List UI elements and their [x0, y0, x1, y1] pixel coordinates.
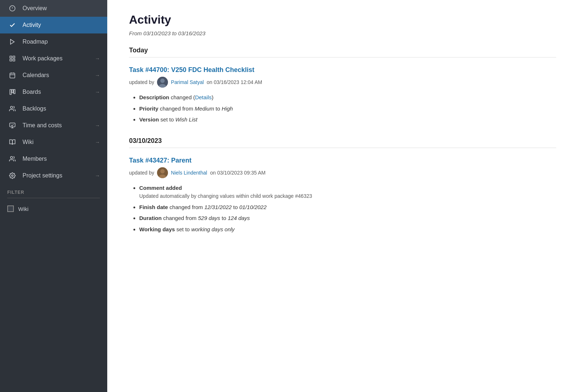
section-today: TodayTask #44700: V250 FDC Health Checkl… [129, 47, 556, 124]
section-header-march-10: 03/10/2023 [129, 137, 556, 145]
filter-section: FILTERWiki [0, 184, 107, 218]
change-italic-to: High [222, 105, 233, 112]
svg-point-25 [160, 169, 165, 173]
activity-icon [7, 22, 17, 28]
sidebar-item-label-members: Members [23, 156, 100, 162]
comment-text: Updated automatically by changing values… [139, 193, 312, 199]
change-item: Comment addedUpdated automatically by ch… [139, 184, 556, 200]
activity-date-task-43427: on 03/10/2023 09:35 AM [210, 170, 266, 176]
change-item: Description changed (Details) [139, 93, 556, 102]
section-header-today: Today [129, 47, 556, 54]
sidebar-item-wiki[interactable]: Wiki→ [0, 134, 107, 151]
svg-point-19 [11, 156, 13, 159]
change-bold: Description [139, 94, 169, 100]
sidebar-item-label-backlogs: Backlogs [23, 105, 100, 112]
sidebar-item-label-boards: Boards [23, 89, 95, 95]
svg-rect-5 [13, 56, 15, 58]
svg-rect-13 [12, 89, 13, 93]
sidebar-item-backlogs[interactable]: Backlogs [0, 100, 107, 117]
task-link-task-43427[interactable]: Task #43427: Parent [129, 157, 556, 164]
sidebar-item-calendars[interactable]: Calendars→ [0, 67, 107, 84]
section-divider-today [129, 57, 556, 57]
sidebar-item-label-time-and-costs: Time and costs [23, 122, 95, 129]
svg-rect-7 [13, 59, 15, 61]
change-italic-from: 529 days [198, 215, 220, 221]
updated-by-task-43427: updated by Niels Lindenthal on 03/10/202… [129, 167, 556, 178]
updated-by-task-44700: updated by Parimal Satyal on 03/16/2023 … [129, 77, 556, 88]
change-item: Finish date changed from 12/31/2022 to 0… [139, 203, 556, 212]
change-italic-from: Wish List [175, 116, 197, 123]
avatar-task-44700 [157, 77, 168, 88]
backlogs-icon [7, 105, 17, 112]
change-item: Working days set to working days only [139, 225, 556, 234]
section-march-10: 03/10/2023Task #43427: Parentupdated by … [129, 137, 556, 234]
sidebar-item-time-and-costs[interactable]: Time and costs→ [0, 117, 107, 134]
activity-date-task-44700: on 03/16/2023 12:04 AM [207, 79, 262, 85]
sidebar-item-roadmap[interactable]: Roadmap [0, 33, 107, 50]
work-packages-icon [7, 55, 17, 62]
section-divider-march-10 [129, 148, 556, 148]
svg-rect-14 [14, 89, 15, 93]
change-item: Priority changed from Medium to High [139, 105, 556, 113]
svg-rect-6 [10, 59, 12, 61]
sidebar-item-project-settings[interactable]: Project settings→ [0, 167, 107, 184]
change-italic-to: 124 days [228, 215, 250, 221]
avatar-task-43427 [157, 167, 168, 178]
change-italic-from: Medium [195, 105, 214, 112]
activity-task-44700: Task #44700: V250 FDC Health Checklistup… [129, 66, 556, 124]
filter-item-wiki-filter[interactable]: Wiki [7, 203, 100, 215]
sidebar-item-work-packages[interactable]: Work packages→ [0, 50, 107, 67]
time-and-costs-icon [7, 122, 17, 129]
user-link-task-43427[interactable]: Niels Lindenthal [171, 170, 207, 176]
sidebar-item-label-roadmap: Roadmap [23, 39, 100, 45]
svg-rect-8 [10, 73, 15, 78]
sidebar-item-overview[interactable]: Overview [0, 0, 107, 17]
sidebar-item-label-project-settings: Project settings [23, 172, 95, 179]
sidebar: OverviewActivityRoadmapWork packages→Cal… [0, 0, 107, 392]
change-link[interactable]: Details [195, 94, 212, 100]
sidebar-item-label-wiki: Wiki [23, 139, 95, 145]
user-link-task-44700[interactable]: Parimal Satyal [171, 79, 204, 85]
change-italic-from: 12/31/2022 [204, 204, 232, 210]
svg-rect-16 [10, 123, 15, 127]
change-bold: Priority [139, 105, 158, 112]
arrow-icon-wiki: → [95, 139, 100, 145]
changes-list-task-44700: Description changed (Details)Priority ch… [129, 93, 556, 124]
change-bold: Working days [139, 226, 175, 232]
sidebar-item-label-overview: Overview [23, 5, 100, 12]
sidebar-item-boards[interactable]: Boards→ [0, 84, 107, 100]
date-range: From 03/10/2023 to 03/16/2023 [129, 30, 556, 36]
svg-point-20 [12, 175, 13, 177]
page-title: Activity [129, 13, 556, 27]
arrow-icon-boards: → [95, 89, 100, 95]
change-bold: Comment added [139, 185, 182, 191]
arrow-icon-work-packages: → [95, 56, 100, 61]
filter-checkbox-wiki-filter[interactable] [7, 205, 14, 212]
activity-task-43427: Task #43427: Parentupdated by Niels Lind… [129, 157, 556, 234]
change-bold: Version [139, 116, 159, 123]
members-icon [7, 156, 17, 162]
arrow-icon-project-settings: → [95, 173, 100, 179]
filter-label: FILTER [7, 190, 100, 198]
svg-point-22 [160, 79, 165, 83]
change-item: Duration changed from 529 days to 124 da… [139, 214, 556, 223]
change-italic-from: working days only [191, 226, 234, 232]
change-item: Version set to Wish List [139, 116, 556, 124]
task-link-task-44700[interactable]: Task #44700: V250 FDC Health Checklist [129, 66, 556, 74]
sidebar-item-label-activity: Activity [23, 22, 100, 28]
sidebar-item-label-work-packages: Work packages [23, 55, 95, 62]
svg-rect-4 [10, 56, 12, 58]
change-bold: Duration [139, 215, 162, 221]
filter-item-label-wiki-filter: Wiki [18, 206, 28, 212]
svg-marker-3 [11, 39, 15, 44]
calendars-icon [7, 72, 17, 79]
changes-list-task-43427: Comment addedUpdated automatically by ch… [129, 184, 556, 234]
sidebar-item-members[interactable]: Members [0, 151, 107, 167]
change-bold: Finish date [139, 204, 168, 210]
sidebar-item-label-calendars: Calendars [23, 72, 95, 79]
svg-rect-12 [10, 89, 11, 95]
updated-by-prefix: updated by [129, 170, 154, 176]
sidebar-item-activity[interactable]: Activity [0, 17, 107, 33]
svg-point-15 [11, 106, 13, 108]
main-content: Activity From 03/10/2023 to 03/16/2023 T… [107, 0, 578, 392]
